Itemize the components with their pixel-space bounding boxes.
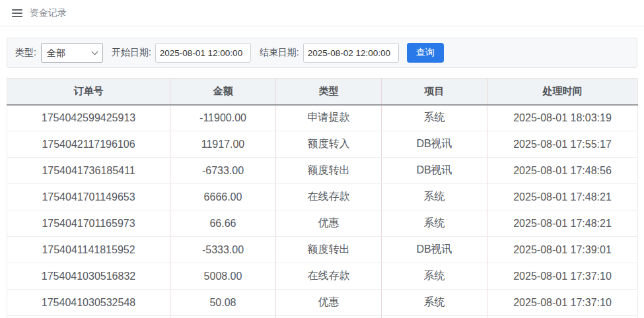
cell-project: 系统	[382, 263, 487, 290]
cell-type: 在线存款	[276, 184, 382, 210]
cell-order-no: 1754042599425913	[7, 105, 170, 131]
cell-amount: 50.08	[170, 290, 276, 316]
cell-time: 2025-08-01 17:48:21	[487, 184, 638, 210]
cell-amount	[170, 316, 276, 318]
cell-time: 2025-08-01 17:39:01	[487, 237, 638, 263]
table-row: 1754042117196106 11917.00 额度转入 DB视讯 2025…	[7, 131, 638, 158]
filter-bar: 类型: 全部 开始日期: 结束日期: 查询	[7, 38, 637, 68]
end-date-input[interactable]	[303, 43, 399, 63]
cell-order-no	[7, 316, 170, 318]
records-table-wrap: 订单号 金额 类型 项目 处理时间 1754042599425913 -1190…	[7, 78, 637, 318]
cell-project: 系统	[382, 184, 487, 210]
table-body: 1754042599425913 -11900.00 申请提款 系统 2025-…	[7, 105, 638, 318]
menu-icon[interactable]	[12, 9, 22, 17]
cell-type: 额度转入	[276, 131, 382, 158]
cell-time: 2025-08-01 18:03:19	[487, 105, 638, 131]
cell-time	[487, 316, 638, 318]
cell-order-no: 1754041736185411	[7, 158, 170, 184]
cell-amount: -11900.00	[170, 105, 276, 131]
start-date-label: 开始日期:	[112, 47, 151, 59]
cell-order-no: 1754042117196106	[7, 131, 170, 158]
cell-amount: -5333.00	[170, 237, 276, 263]
col-header-amount: 金额	[170, 79, 276, 105]
cell-time: 2025-08-01 17:48:56	[487, 158, 638, 184]
page-title: 资金记录	[30, 7, 67, 19]
table-row: 1754042599425913 -11900.00 申请提款 系统 2025-…	[7, 105, 638, 131]
cell-time: 2025-08-01 17:37:10	[487, 263, 638, 290]
table-row: 1754041701149653 6666.00 在线存款 系统 2025-08…	[7, 184, 638, 210]
type-select-wrap: 全部	[41, 43, 103, 63]
col-header-project: 项目	[382, 79, 487, 105]
cell-type: 优惠	[276, 290, 382, 316]
query-button[interactable]: 查询	[407, 43, 444, 63]
cell-amount: 5008.00	[170, 263, 276, 290]
type-label: 类型:	[15, 47, 36, 59]
col-header-type: 类型	[276, 79, 382, 105]
cell-order-no: 1754041030532548	[7, 290, 170, 316]
table-row	[7, 316, 638, 318]
cell-type	[276, 316, 382, 318]
table-row: 1754041030532548 50.08 优惠 系统 2025-08-01 …	[7, 290, 638, 316]
cell-type: 优惠	[276, 210, 382, 237]
start-date-input[interactable]	[155, 43, 251, 63]
type-select[interactable]: 全部	[41, 43, 103, 63]
cell-order-no: 1754041030516832	[7, 263, 170, 290]
col-header-time: 处理时间	[487, 79, 638, 105]
table-row: 1754041030516832 5008.00 在线存款 系统 2025-08…	[7, 263, 638, 290]
records-table: 订单号 金额 类型 项目 处理时间 1754042599425913 -1190…	[7, 78, 638, 318]
cell-project: DB视讯	[382, 237, 487, 263]
cell-type: 额度转出	[276, 237, 382, 263]
table-header-row: 订单号 金额 类型 项目 处理时间	[7, 79, 638, 105]
end-date-label: 结束日期:	[260, 47, 299, 59]
cell-amount: -6733.00	[170, 158, 276, 184]
cell-type: 在线存款	[276, 263, 382, 290]
cell-amount: 66.66	[170, 210, 276, 237]
cell-project	[382, 316, 487, 318]
cell-time: 2025-08-01 17:37:10	[487, 290, 638, 316]
cell-project: DB视讯	[382, 158, 487, 184]
cell-order-no: 1754041701149653	[7, 184, 170, 210]
cell-type: 额度转出	[276, 158, 382, 184]
cell-project: DB视讯	[382, 131, 487, 158]
table-row: 1754041701165973 66.66 优惠 系统 2025-08-01 …	[7, 210, 638, 237]
cell-time: 2025-08-01 17:55:17	[487, 131, 638, 158]
cell-order-no: 1754041701165973	[7, 210, 170, 237]
cell-amount: 11917.00	[170, 131, 276, 158]
cell-time: 2025-08-01 17:48:21	[487, 210, 638, 237]
cell-amount: 6666.00	[170, 184, 276, 210]
cell-project: 系统	[382, 105, 487, 131]
table-row: 1754041736185411 -6733.00 额度转出 DB视讯 2025…	[7, 158, 638, 184]
cell-project: 系统	[382, 210, 487, 237]
cell-order-no: 1754041141815952	[7, 237, 170, 263]
table-row: 1754041141815952 -5333.00 额度转出 DB视讯 2025…	[7, 237, 638, 263]
cell-project: 系统	[382, 290, 487, 316]
cell-type: 申请提款	[276, 105, 382, 131]
col-header-order-no: 订单号	[7, 79, 170, 105]
topbar: 资金记录	[0, 0, 644, 26]
